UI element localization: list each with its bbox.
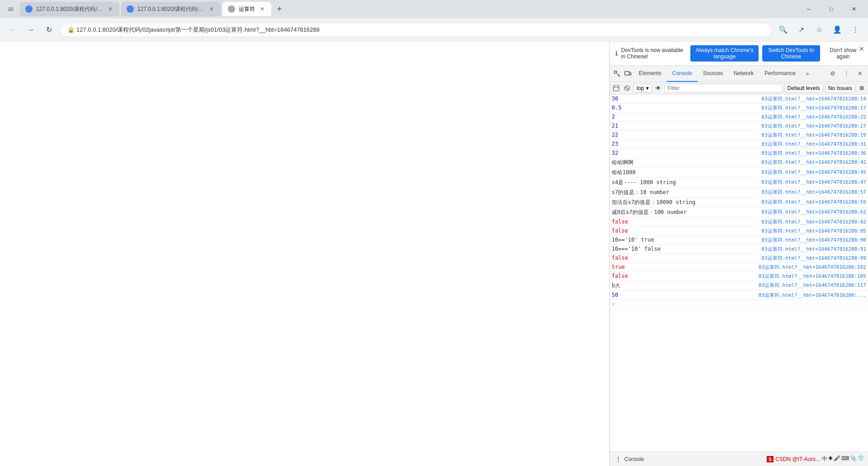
csdn-logo: S [767, 456, 774, 462]
devtools-panel: ℹ DevTools is now available in Chinese! … [609, 42, 868, 466]
console-row: false03运算符.html?__hbt=1646747816288:82 [610, 218, 868, 227]
devtools-toolbar: Elements Console Sources Network Perform… [610, 66, 868, 82]
svg-line-7 [626, 87, 628, 90]
devtools-close-button[interactable]: ✕ [854, 67, 866, 80]
svg-line-1 [618, 74, 620, 76]
svg-rect-0 [614, 71, 617, 73]
forward-button[interactable]: → [24, 23, 38, 37]
console-source-link[interactable]: 03运算符.html?__hbt=1646747816288:22 [758, 114, 866, 120]
tab-1-close[interactable]: ✕ [107, 5, 114, 13]
console-source-link[interactable]: 03运算符.html?__hbt=1646747816288:57 [758, 189, 866, 195]
console-source-link[interactable]: 03运算符.html?__hbt=1646747816288:85 [758, 228, 866, 234]
console-source-link[interactable]: 03运算符.html?__hbt=1646747816288:105 [755, 273, 866, 280]
back-button[interactable]: ← [5, 23, 20, 37]
search-button[interactable]: 🔍 [776, 23, 790, 37]
console-prompt-row[interactable]: › [610, 300, 868, 309]
console-value: 哈哈啊啊 [612, 159, 633, 166]
devtools-settings-button[interactable]: ⚙ [826, 67, 839, 80]
console-filter-input[interactable] [665, 84, 783, 93]
url-text: 127.0.0.1:8020/课程代码/02javascript/第一个星期/j… [76, 26, 320, 34]
console-source-link[interactable]: 03运算符.html?__hbt=1646747816288:91 [758, 246, 866, 252]
console-source-link[interactable]: 03运算符.html?__hbt=1646747816288:99 [758, 255, 866, 262]
console-source-link[interactable]: 03运算符.html?__hbt=1646747816288:90 [758, 237, 866, 243]
console-value: 21 [612, 123, 618, 129]
profile-button[interactable]: 👤 [830, 23, 844, 37]
banner-dismiss-button[interactable]: Don't show again [824, 45, 863, 62]
browser-tab-2[interactable]: 127.0.0.1:8020/课程代码/02jav... ✕ [121, 2, 221, 16]
devtools-tab-performance[interactable]: Performance [759, 66, 801, 82]
console-source-link[interactable]: 03运算符.html?__hbt=1646747816288:45 [758, 169, 866, 176]
devtools-more-options-button[interactable]: ⋮ [840, 67, 853, 80]
console-context-selector[interactable]: top ▾ [633, 84, 652, 93]
devtools-tab-console[interactable]: Console [667, 66, 698, 82]
csdn-text: CSDN @IT-Auro... [775, 456, 820, 462]
console-source-link[interactable]: 03运算符.html?__hbt=1646747816288:... [755, 292, 866, 299]
context-dropdown-icon: ▾ [646, 85, 649, 91]
console-settings-button[interactable]: ⚙ [857, 84, 866, 93]
devtools-bottom-menu-button[interactable]: ⋮ [613, 455, 623, 464]
window-controls: ─ □ ✕ [798, 2, 864, 16]
console-row: false03运算符.html?__hbt=1646747816288:105 [610, 272, 868, 281]
devtools-tab-network[interactable]: Network [728, 66, 759, 82]
console-source-link[interactable]: 03运算符.html?__hbt=1646747816288:82 [758, 219, 866, 225]
console-source-link[interactable]: 03运算符.html?__hbt=1646747816288:36 [758, 150, 866, 157]
console-source-link[interactable]: 03运算符.html?__hbt=1646747816288:62 [758, 209, 866, 215]
console-row: 2103运算符.html?__hbt=1646747816288:27 [610, 122, 868, 131]
devtools-tab-sources[interactable]: Sources [698, 66, 728, 82]
bookmark-button[interactable]: ☆ [812, 23, 826, 37]
device-toggle-button[interactable] [623, 68, 633, 79]
page-content [0, 42, 609, 466]
console-source-link[interactable]: 03运算符.html?__hbt=1646747816288:31 [758, 141, 866, 147]
banner-primary-button[interactable]: Always match Chrome's language [690, 45, 759, 62]
console-row: 5003运算符.html?__hbt=1646747816288:... [610, 291, 868, 300]
console-value: 10=='10' true [612, 237, 654, 243]
console-source-link[interactable]: 03运算符.html?__hbt=1646747816288:59 [758, 199, 866, 205]
tab-3-close[interactable]: ✕ [259, 5, 266, 13]
console-value: 加法后s7的值是：10090 string [612, 199, 695, 206]
console-source-link[interactable]: 03运算符.html?__hbt=1646747816288:102 [755, 264, 866, 271]
tab-2-close[interactable]: ✕ [208, 5, 215, 13]
console-clear-button[interactable] [623, 84, 632, 93]
console-source-link[interactable]: 03运算符.html?__hbt=1646747816288:47 [758, 179, 866, 185]
bookmark-share-button[interactable]: ↗ [794, 23, 808, 37]
browser-tab-3[interactable]: 运算符 ✕ [222, 2, 271, 16]
console-value: false [612, 219, 628, 225]
menu-button[interactable]: ⋮ [848, 23, 863, 37]
banner-secondary-button[interactable]: Switch DevTools to Chinese [762, 45, 820, 62]
console-source-link[interactable]: 03运算符.html?__hbt=1646747816288:29 [758, 132, 866, 138]
console-source-link[interactable]: 03运算符.html?__hbt=1646747816288:14 [758, 95, 866, 102]
console-source-link[interactable]: 03运算符.html?__hbt=1646747816288:117 [755, 282, 866, 289]
banner-close-icon[interactable]: ✕ [859, 45, 864, 52]
devtools-more-tabs-button[interactable]: » [801, 67, 814, 80]
reload-button[interactable]: ↻ [42, 23, 56, 37]
new-tab-button[interactable]: + [273, 3, 286, 15]
console-row: 203运算符.html?__hbt=1646747816288:22 [610, 113, 868, 122]
tab-3-title: 运算符 [239, 5, 255, 13]
url-bar[interactable]: 🔒 127.0.0.1:8020/课程代码/02javascript/第一个星期… [60, 23, 772, 37]
console-eye-button[interactable]: 👁 [654, 84, 663, 93]
console-toolbar: top ▾ 👁 Default levels No Issues ⚙ [610, 82, 868, 95]
console-log-level-button[interactable]: Default levels [784, 84, 823, 93]
console-issues-button[interactable]: No Issues [825, 84, 855, 93]
csdn-bar: S CSDN @IT-Auro... 中✱🎤⌨📎👕 [767, 455, 864, 463]
console-value: 30 [612, 95, 618, 102]
console-value: 10==='10' false [612, 246, 660, 252]
browser-tab-1[interactable]: 127.0.0.1:8020/课程代码/02jav... ✕ [20, 2, 119, 16]
console-value: false [612, 228, 628, 234]
console-row: 2203运算符.html?__hbt=1646747816288:29 [610, 131, 868, 140]
inspect-element-button[interactable] [612, 68, 623, 79]
console-row: s7的值是：10 number03运算符.html?__hbt=16467478… [610, 188, 868, 198]
maximize-button[interactable]: □ [821, 2, 842, 16]
console-row: 哈哈100003运算符.html?__hbt=1646747816288:45 [610, 168, 868, 178]
console-source-link[interactable]: 03运算符.html?__hbt=1646747816288:42 [758, 159, 866, 166]
minimize-button[interactable]: ─ [798, 2, 819, 16]
tab-list-button[interactable] [4, 2, 18, 16]
console-value: 减0后s7的值是：100 number [612, 209, 687, 216]
console-value: 50 [612, 292, 618, 298]
console-expand-button[interactable] [612, 84, 621, 93]
console-source-link[interactable]: 03运算符.html?__hbt=1646747816288:17 [758, 105, 866, 111]
close-button[interactable]: ✕ [844, 2, 864, 16]
console-source-link[interactable]: 03运算符.html?__hbt=1646747816288:27 [758, 123, 866, 129]
console-output: 3003运算符.html?__hbt=1646747816288:140.503… [610, 95, 868, 452]
devtools-tab-elements[interactable]: Elements [633, 66, 667, 82]
